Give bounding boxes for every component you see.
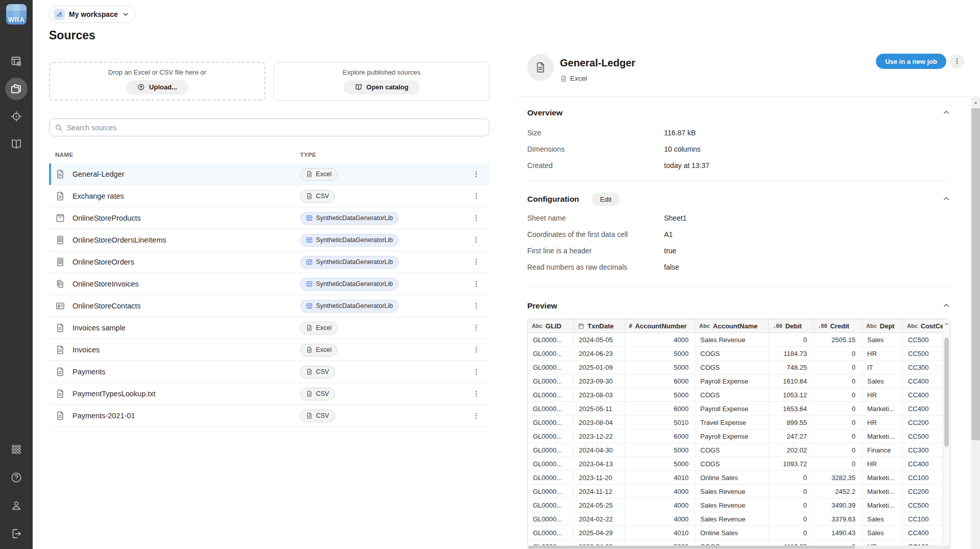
list-icon xyxy=(55,235,65,245)
detail-field-row: First line is a headertrue xyxy=(527,243,950,259)
type-badge: CSV xyxy=(300,410,335,422)
upload-dropzone[interactable]: Drop an Excel or CSV file here or Upload… xyxy=(49,62,265,101)
source-row[interactable]: InvoicesExcel xyxy=(49,339,489,361)
use-in-new-job-button[interactable]: Use in a new job xyxy=(876,54,946,69)
preview-table-row: GL0000...2025-01-095000COGS748.250ITCC30… xyxy=(528,361,950,374)
file-icon xyxy=(306,324,313,331)
upload-icon xyxy=(137,83,145,91)
row-menu-button[interactable] xyxy=(470,278,482,290)
row-menu-button[interactable] xyxy=(470,322,482,334)
source-name: Payments xyxy=(72,368,105,376)
catalog-book-icon[interactable] xyxy=(10,138,22,150)
logout-icon[interactable] xyxy=(10,528,22,540)
preview-table: AbcGLIDTxnDate#AccountNumberAbcAccountNa… xyxy=(527,319,950,549)
preview-cell: 2023-09-30 xyxy=(574,374,625,388)
collapse-configuration-icon[interactable] xyxy=(942,195,950,203)
preview-cell: 247.27 xyxy=(769,429,814,443)
source-row[interactable]: General-LedgerExcel xyxy=(49,163,489,185)
page: WRA xyxy=(0,0,980,549)
workspace-selector[interactable]: My workspace xyxy=(49,6,136,23)
row-menu-button[interactable] xyxy=(470,234,482,246)
detail-menu-button[interactable] xyxy=(950,54,964,68)
overview-section: Overview Size116.87 kBDimensions10 colum… xyxy=(527,97,950,181)
user-icon[interactable] xyxy=(10,499,22,512)
row-menu-button[interactable] xyxy=(470,410,482,422)
preview-section: Preview AbcGLIDTxnDate#AccountNumberAbcA… xyxy=(527,287,950,549)
source-row[interactable]: OnlineStoreContactsSyntheticDataGenerato… xyxy=(49,295,489,317)
source-row[interactable]: Invoices sampleExcel xyxy=(49,317,489,339)
type-column-header: TYPE xyxy=(300,152,316,158)
row-menu-button[interactable] xyxy=(470,300,482,312)
preview-table-row: GL0000...2023-08-045010Travel Expense899… xyxy=(528,416,950,429)
app-logo[interactable]: WRA xyxy=(6,4,27,25)
preview-cell: CC400 xyxy=(903,402,944,415)
type-badge: SyntheticDataGeneratorLib xyxy=(300,212,399,225)
search-input[interactable] xyxy=(67,124,484,132)
row-menu-button[interactable] xyxy=(470,168,482,180)
preview-cell: COGS xyxy=(695,457,769,470)
calendar-icon xyxy=(578,323,584,329)
row-menu-button[interactable] xyxy=(470,344,482,356)
upload-button[interactable]: Upload... xyxy=(126,80,188,94)
edit-configuration-button[interactable]: Edit xyxy=(592,193,620,206)
sources-list: General-LedgerExcelExchange ratesCSVOnli… xyxy=(49,163,489,427)
preview-cell: COGS xyxy=(695,443,769,457)
preview-cell: Sales Revenue xyxy=(695,485,769,498)
help-icon[interactable] xyxy=(10,471,22,484)
row-menu-button[interactable] xyxy=(470,366,482,378)
source-row[interactable]: PaymentsCSV xyxy=(49,361,489,383)
field-label: First line is a header xyxy=(527,247,664,255)
scroll-up-icon[interactable] xyxy=(971,100,980,106)
scrollbar-thumb[interactable] xyxy=(944,338,949,447)
sidebar-item-sources[interactable] xyxy=(5,78,28,100)
row-menu-button[interactable] xyxy=(470,256,482,268)
source-row[interactable]: OnlineStoreOrdersSyntheticDataGeneratorL… xyxy=(49,251,489,273)
preview-cell: 1653.64 xyxy=(769,402,814,415)
collapse-preview-icon[interactable] xyxy=(942,301,950,309)
open-catalog-button[interactable]: Open catalog xyxy=(344,80,420,94)
preview-cell: CC200 xyxy=(903,416,944,429)
preview-cell: 2505.15 xyxy=(814,333,862,346)
target-icon[interactable] xyxy=(10,110,22,123)
scrollbar-thumb[interactable] xyxy=(528,546,855,548)
field-value: today at 13:37 xyxy=(664,161,709,170)
preview-cell: HR xyxy=(862,457,903,470)
preview-horizontal-scrollbar[interactable] xyxy=(527,545,950,549)
scroll-up-icon[interactable] xyxy=(943,321,950,327)
file-icon xyxy=(534,61,547,74)
row-menu-button[interactable] xyxy=(470,190,482,202)
detail-field-row: Createdtoday at 13:37 xyxy=(527,157,950,174)
preview-table-scrollbar[interactable] xyxy=(943,319,950,549)
source-row[interactable]: OnlineStoreOrdersLineItemsSyntheticDataG… xyxy=(49,229,489,251)
apps-grid-icon[interactable] xyxy=(10,443,22,456)
source-name: OnlineStoreInvoices xyxy=(72,280,139,288)
row-menu-button[interactable] xyxy=(470,212,482,224)
collapse-overview-icon[interactable] xyxy=(942,108,950,116)
field-value: false xyxy=(664,263,679,271)
table-x-icon[interactable] xyxy=(10,55,22,67)
source-name: OnlineStoreOrders xyxy=(72,258,134,266)
card-icon xyxy=(55,301,65,311)
source-row[interactable]: OnlineStoreProductsSyntheticDataGenerato… xyxy=(49,207,489,229)
source-row[interactable]: Payments-2021-01CSV xyxy=(49,405,489,427)
scrollbar-thumb[interactable] xyxy=(971,108,980,440)
preview-cell: COGS xyxy=(695,361,769,374)
row-menu-button[interactable] xyxy=(470,388,482,400)
source-row[interactable]: OnlineStoreInvoicesSyntheticDataGenerato… xyxy=(49,273,489,295)
type-badge: SyntheticDataGeneratorLib xyxy=(300,234,399,247)
preview-cell: Online Sales xyxy=(695,526,769,539)
page-scrollbar[interactable] xyxy=(971,97,980,549)
file-icon xyxy=(306,390,313,397)
source-name: Payments-2021-01 xyxy=(72,412,135,420)
preview-cell: CC100 xyxy=(903,512,944,526)
copy-icon xyxy=(55,279,65,289)
field-value: A1 xyxy=(664,230,673,238)
preview-cell: 2023-11-20 xyxy=(574,471,625,484)
column-type-label: Abc xyxy=(699,323,710,329)
source-row[interactable]: Exchange ratesCSV xyxy=(49,185,489,207)
source-row[interactable]: PaymentTypesLookup.txtCSV xyxy=(49,383,489,405)
catalog-hint: Explore published sources xyxy=(342,68,420,76)
preview-cell: CC500 xyxy=(903,347,944,360)
file-icon xyxy=(306,346,313,353)
preview-cell: 3379.63 xyxy=(814,512,862,526)
